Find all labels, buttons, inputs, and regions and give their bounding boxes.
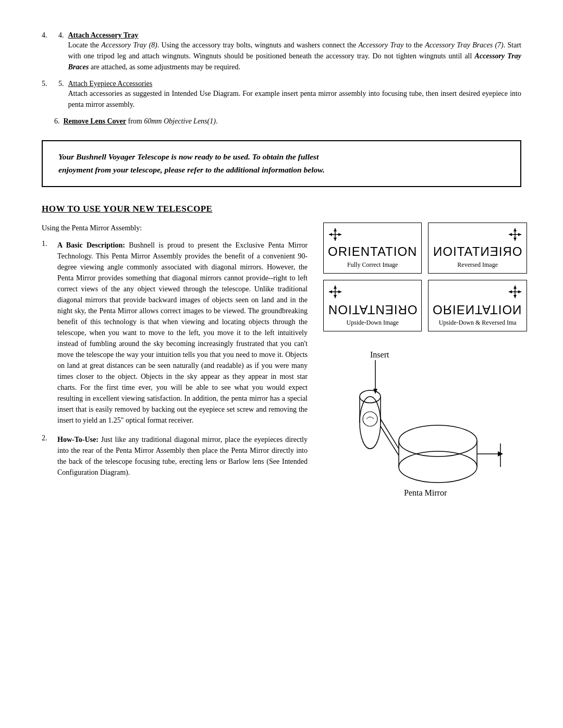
item-5-body: Attach accessories as suggested in Inten… bbox=[68, 88, 522, 110]
orientation-cell-reversed: ORIENTATION Reversed Image bbox=[428, 223, 527, 274]
item-5-heading: Attach Eyepiece Accessories bbox=[68, 80, 153, 88]
remove-lens-cover-label: Remove Lens Cover bbox=[64, 117, 127, 125]
list-item-5: 5. Attach Eyepiece Accessories Attach ac… bbox=[42, 80, 521, 110]
svg-marker-9 bbox=[513, 238, 517, 241]
arrows-upside-down bbox=[328, 285, 417, 302]
notice-line1: Your Bushnell Voyager Telescope is now r… bbox=[58, 152, 319, 161]
neck-line-bottom bbox=[381, 426, 399, 455]
right-column: ORIENTATION Fully Correct Image bbox=[323, 223, 521, 509]
arrows-udr bbox=[433, 285, 522, 302]
orientation-text-reversed: ORIENTATION bbox=[433, 244, 522, 260]
sub-heading: Using the Penta Mirror Assembly: bbox=[42, 223, 308, 233]
accessory-tray-ref2: Accessory Tray bbox=[358, 41, 403, 49]
sub-item-2-content: How-To-Use: Just like any traditional di… bbox=[57, 434, 308, 478]
orientation-cell-upside-down: ORIENTATION Upside-Down Image bbox=[323, 280, 422, 331]
orientation-caption-reversed: Reversed Image bbox=[433, 261, 522, 269]
svg-marker-17 bbox=[329, 290, 332, 293]
list-item-6: 6. Remove Lens Cover from 60mm Objective… bbox=[54, 117, 521, 126]
sub-item-1-content: A Basic Description: Bushnell is proud t… bbox=[57, 240, 308, 426]
arrows-reversed bbox=[433, 227, 522, 244]
eyepiece-ellipse-left bbox=[360, 397, 381, 449]
penta-bottom-ellipse bbox=[399, 451, 477, 483]
orientation-caption-udr: Upside-Down & Reversed Ima bbox=[433, 319, 522, 327]
item-4-body: Locate the Accessory Tray (8). Using the… bbox=[68, 40, 522, 72]
sub-item-2-label: How-To-Use: bbox=[57, 436, 99, 443]
svg-marker-20 bbox=[513, 295, 517, 298]
svg-marker-5 bbox=[338, 233, 341, 236]
accessory-tray-braces-ref2: Accessory Tray Braces bbox=[68, 52, 522, 71]
svg-marker-21 bbox=[513, 286, 517, 289]
accessory-tray-ref1: Accessory Tray (8) bbox=[101, 41, 157, 49]
sub-item-1: A Basic Description: Bushnell is proud t… bbox=[42, 240, 308, 426]
penta-top-ellipse bbox=[399, 425, 477, 456]
arrows-correct bbox=[328, 227, 417, 244]
svg-marker-16 bbox=[338, 290, 341, 293]
penta-mirror-label: Penta Mirror bbox=[404, 488, 447, 497]
orientation-grid: ORIENTATION Fully Correct Image bbox=[323, 223, 521, 332]
sub-list: A Basic Description: Bushnell is proud t… bbox=[42, 240, 308, 478]
how-to-heading: HOW TO USE YOUR NEW TELESCOPE bbox=[42, 204, 521, 214]
crosshair-icon-4 bbox=[508, 285, 522, 299]
orientation-caption-upside-down: Upside-Down Image bbox=[328, 319, 417, 327]
insert-label: Insert bbox=[370, 350, 389, 359]
orientation-text-correct: ORIENTATION bbox=[328, 244, 417, 260]
sub-item-1-text: Bushnell is proud to present the Exclusi… bbox=[57, 241, 308, 424]
objective-lens-ref: 60mm Objective Lens(1) bbox=[144, 117, 216, 125]
crosshair-icon-1 bbox=[328, 227, 342, 242]
penta-mirror-svg: Insert bbox=[323, 342, 511, 509]
crosshair-icon-2 bbox=[508, 227, 522, 242]
notice-box: Your Bushnell Voyager Telescope is now r… bbox=[42, 140, 521, 187]
svg-marker-4 bbox=[329, 233, 332, 236]
sub-item-1-label: A Basic Description: bbox=[57, 241, 125, 249]
orientation-text-upside-down: ORIENTATION bbox=[328, 302, 417, 317]
main-content-area: Using the Penta Mirror Assembly: A Basic… bbox=[42, 223, 521, 509]
main-list: 4. Attach Accessory Tray Locate the Acce… bbox=[42, 31, 521, 110]
orientation-text-udr: ORIENTATION bbox=[433, 302, 522, 317]
list-number-5: 5. bbox=[58, 80, 64, 110]
penta-mirror-diagram: Insert bbox=[323, 342, 511, 509]
orientation-cell-correct: ORIENTATION Fully Correct Image bbox=[323, 223, 422, 274]
accessory-tray-braces-ref1: Accessory Tray Braces (7) bbox=[425, 41, 504, 49]
svg-marker-3 bbox=[334, 238, 337, 241]
item-4-content: Attach Accessory Tray Locate the Accesso… bbox=[68, 31, 522, 72]
notice-line2: enjoyment from your telescope, please re… bbox=[58, 165, 325, 174]
list-number-4: 4. bbox=[58, 31, 64, 72]
svg-marker-22 bbox=[509, 290, 512, 293]
crosshair-icon-3 bbox=[328, 285, 342, 299]
item-4-heading: Attach Accessory Tray bbox=[68, 31, 139, 39]
notice-text: Your Bushnell Voyager Telescope is now r… bbox=[58, 151, 505, 177]
left-column: Using the Penta Mirror Assembly: A Basic… bbox=[42, 223, 308, 509]
svg-marker-2 bbox=[334, 228, 337, 231]
item-5-content: Attach Eyepiece Accessories Attach acces… bbox=[68, 80, 522, 110]
svg-marker-8 bbox=[513, 228, 517, 231]
svg-marker-15 bbox=[334, 286, 337, 289]
sub-item-2: How-To-Use: Just like any traditional di… bbox=[42, 434, 308, 478]
orientation-caption-correct: Fully Correct Image bbox=[328, 261, 417, 269]
eyepiece-inner-curve bbox=[366, 417, 374, 419]
list-item-4: 4. Attach Accessory Tray Locate the Acce… bbox=[42, 31, 521, 72]
neck-line-top bbox=[381, 419, 399, 449]
svg-marker-14 bbox=[334, 295, 337, 298]
how-to-section: HOW TO USE YOUR NEW TELESCOPE Using the … bbox=[42, 204, 521, 509]
eyepiece-inner-circle bbox=[363, 412, 377, 426]
svg-marker-10 bbox=[518, 233, 521, 236]
orientation-cell-udr: ORIENTATION Upside-Down & Reversed Ima bbox=[428, 280, 527, 331]
svg-marker-23 bbox=[518, 290, 521, 293]
